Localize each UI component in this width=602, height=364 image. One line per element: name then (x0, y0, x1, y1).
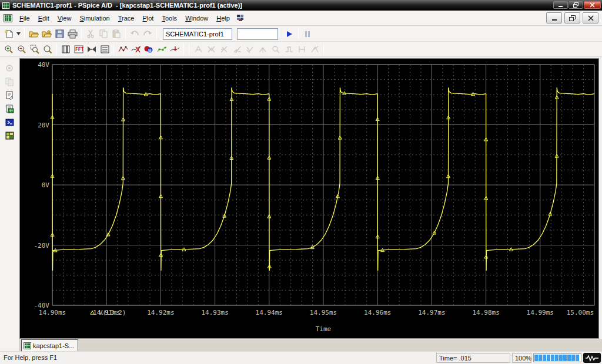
svg-text:14.94ms: 14.94ms (256, 309, 283, 316)
performance-button[interactable] (85, 43, 98, 56)
pspice-window: { "window": { "title": "SCHEMATIC1-prof1… (0, 0, 602, 364)
cut-icon (86, 29, 95, 38)
menu-trace[interactable]: Trace (114, 13, 139, 23)
open-button[interactable] (27, 28, 40, 41)
delete-trace-button[interactable] (129, 43, 142, 56)
zoom-fit-button[interactable] (41, 43, 54, 56)
redo-button[interactable] (141, 28, 154, 41)
close-button[interactable] (584, 1, 601, 9)
cut-button[interactable] (84, 28, 97, 41)
cursor-trough-icon (220, 45, 229, 53)
voltage-marker-icon (157, 45, 167, 53)
cursor-max-button[interactable] (256, 43, 269, 56)
separator (323, 43, 324, 55)
waveform-status-icon (583, 353, 601, 363)
run-icon (286, 31, 293, 38)
current-marker-button[interactable] (168, 43, 181, 56)
svg-text:-20V: -20V (34, 242, 50, 250)
menu-view[interactable]: View (53, 13, 76, 23)
new-dropdown-button[interactable] (15, 28, 22, 41)
minimize-button[interactable] (553, 1, 568, 9)
restore-icon (573, 2, 578, 8)
menu-window[interactable]: Window (181, 13, 212, 23)
copy-icon (99, 29, 108, 38)
trace-expression-input[interactable] (237, 28, 278, 40)
zoom-area-button[interactable] (28, 43, 41, 56)
cursor-label-icon (310, 45, 319, 53)
cursor-trough-button[interactable] (218, 43, 230, 56)
save-button[interactable] (53, 28, 66, 41)
cursor-next-transition-icon (285, 45, 293, 53)
queue-icon (5, 64, 14, 72)
paste-button[interactable] (110, 28, 123, 41)
svg-text:FFT: FFT (75, 47, 83, 52)
separator (156, 28, 157, 40)
cursor-min-button[interactable] (243, 43, 256, 56)
status-bar: For Help, press F1 Time= .015 100% (0, 351, 602, 364)
mdi-restore-button[interactable] (564, 12, 580, 23)
menu-plot[interactable]: Plot (138, 13, 158, 23)
queue-button[interactable] (2, 62, 16, 74)
app-icon (2, 2, 10, 9)
run-button[interactable] (283, 28, 296, 41)
zoom-out-button[interactable] (15, 43, 28, 56)
open-icon (29, 29, 39, 39)
cursor-search-button[interactable] (269, 43, 282, 56)
menu-simulation[interactable]: Simulation (75, 13, 113, 23)
separator (189, 43, 189, 55)
fft-button[interactable]: FFT (72, 43, 85, 56)
waveform-plot-panel[interactable]: 40V20V0V-20V-40V14.90ms14.91ms14.92ms14.… (19, 58, 599, 339)
waveform-plot[interactable]: 40V20V0V-20V-40V14.90ms14.91ms14.92ms14.… (20, 59, 598, 338)
copy-run-button[interactable] (2, 76, 16, 87)
open-recent-button[interactable] (40, 28, 53, 41)
separator (125, 28, 126, 40)
zoom-in-button[interactable] (2, 43, 15, 56)
cursor-toggle-button[interactable] (192, 43, 205, 56)
document-icon[interactable] (4, 14, 12, 22)
cursor-peak-button[interactable] (205, 43, 218, 56)
svg-text:14.97ms: 14.97ms (418, 309, 445, 316)
current-marker-icon (170, 45, 180, 53)
svg-text:20V: 20V (38, 122, 49, 129)
circuit-file-icon (5, 105, 14, 113)
undo-button[interactable] (128, 28, 141, 41)
title-bar: SCHEMATIC1-prof1 - PSpice A/D - [kapcsta… (0, 0, 602, 11)
cursor-slope-button[interactable] (230, 43, 243, 56)
cursor-next-transition-button[interactable] (282, 43, 295, 56)
status-grid-icon[interactable] (236, 14, 245, 22)
cursor-eval-button[interactable] (295, 43, 308, 56)
pause-button[interactable] (301, 28, 314, 41)
text-list-button[interactable] (98, 43, 111, 56)
simulation-profile-input[interactable] (163, 28, 232, 40)
mark-data-points-button[interactable] (116, 43, 129, 56)
tab-kapcstap1[interactable]: kapcstap1-S... (21, 339, 78, 351)
mdi-minimize-button[interactable] (546, 12, 562, 23)
mdi-close-button[interactable] (583, 12, 598, 23)
svg-text:Time: Time (316, 325, 332, 333)
log-x-button[interactable] (59, 43, 72, 56)
mark-data-points-icon (118, 45, 128, 53)
menu-tools[interactable]: Tools (158, 13, 181, 23)
menu-file[interactable]: File (15, 13, 34, 23)
menu-edit[interactable]: Edit (34, 13, 53, 23)
voltage-marker-button[interactable] (155, 43, 168, 56)
print-button[interactable] (66, 28, 79, 41)
svg-text:14.93ms: 14.93ms (201, 309, 228, 316)
text-list-icon (101, 45, 109, 53)
zoom-out-icon (17, 45, 26, 54)
new-simulation-button[interactable] (2, 28, 15, 41)
results-icon (5, 132, 14, 140)
status-progress-pct: 100% (512, 353, 531, 363)
cursor-label-button[interactable] (308, 43, 321, 56)
mdi-restore-icon (569, 15, 576, 21)
restore-button[interactable] (568, 1, 583, 9)
ab-plot-button[interactable]: B (142, 43, 155, 56)
minimize-icon (558, 2, 563, 8)
view-output-file-button[interactable] (2, 89, 16, 101)
command-window-button[interactable] (2, 116, 16, 128)
copy-button[interactable] (97, 28, 110, 41)
progress-bar (533, 353, 581, 362)
view-circuit-file-button[interactable] (2, 103, 16, 114)
view-results-button[interactable] (2, 130, 16, 141)
menu-help[interactable]: Help (212, 13, 234, 23)
